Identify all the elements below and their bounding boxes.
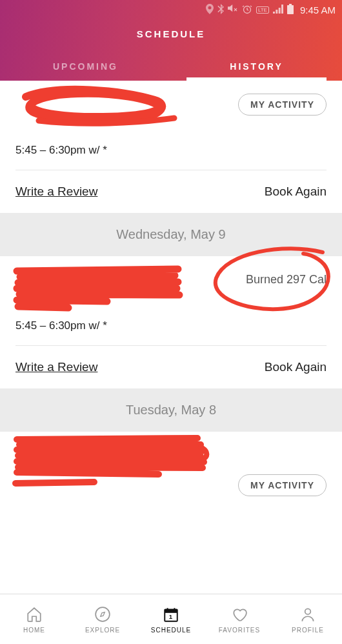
nav-profile[interactable]: PROFILE — [274, 594, 342, 644]
profile-icon — [298, 605, 317, 624]
class-subtitle — [15, 112, 238, 125]
class-time: 5:45 – 6:30pm w/ * — [15, 319, 246, 332]
class-time: 5:45 – 6:30pm w/ * — [15, 144, 238, 157]
compass-icon — [93, 605, 112, 624]
item-actions: Write a Review Book Again — [0, 170, 342, 213]
book-again-link[interactable]: Book Again — [265, 360, 327, 374]
heart-icon — [230, 605, 249, 624]
location-icon — [206, 4, 214, 16]
nav-home[interactable]: HOME — [0, 594, 68, 644]
tabs: UPCOMING HISTORY — [0, 52, 342, 81]
bluetooth-icon — [217, 4, 224, 16]
nav-label: PROFILE — [292, 627, 324, 634]
svg-point-1 — [96, 607, 110, 621]
page-title: SCHEDULE — [0, 19, 342, 52]
svg-text:1: 1 — [169, 613, 174, 620]
class-title — [15, 445, 238, 460]
class-subtitle — [15, 463, 238, 476]
my-activity-button[interactable]: MY ACTIVITY — [238, 94, 327, 116]
status-bar: LTE 9:45 AM — [0, 0, 342, 19]
class-title — [15, 94, 238, 109]
signal-icon — [273, 5, 283, 15]
lte-icon: LTE — [256, 6, 269, 14]
battery-icon — [287, 4, 294, 16]
bottom-nav: HOME EXPLORE 1 SCHEDULE FAVORITES PROFIL… — [0, 594, 342, 644]
schedule-list: 5:45 – 6:30pm w/ * MY ACTIVITY Write a R… — [0, 81, 342, 594]
write-review-link[interactable]: Write a Review — [15, 185, 97, 199]
date-header: Tuesday, May 8 — [0, 388, 342, 432]
nav-label: FAVORITES — [219, 627, 260, 634]
burned-text: Burned 297 Cal — [246, 273, 327, 287]
nav-schedule[interactable]: 1 SCHEDULE — [137, 594, 205, 644]
calendar-icon: 1 — [161, 605, 181, 624]
schedule-item[interactable]: 5:45 – 6:30pm w/ * Burned 297 Cal — [0, 256, 342, 346]
tab-upcoming[interactable]: UPCOMING — [0, 52, 171, 81]
item-actions: Write a Review Book Again — [0, 346, 342, 388]
nav-favorites[interactable]: FAVORITES — [205, 594, 274, 644]
status-time: 9:45 AM — [300, 5, 336, 15]
nav-label: SCHEDULE — [151, 627, 191, 634]
mute-icon — [228, 5, 238, 15]
tab-history[interactable]: HISTORY — [171, 52, 342, 81]
write-review-link[interactable]: Write a Review — [15, 360, 97, 374]
class-subtitle — [15, 287, 246, 300]
app-header: LTE 9:45 AM SCHEDULE UPCOMING HISTORY — [0, 0, 342, 81]
class-title — [15, 269, 246, 285]
my-activity-button[interactable]: MY ACTIVITY — [238, 474, 327, 496]
nav-explore[interactable]: EXPLORE — [68, 594, 137, 644]
date-header: Wednesday, May 9 — [0, 213, 342, 256]
nav-label: HOME — [23, 627, 45, 634]
book-again-link[interactable]: Book Again — [265, 185, 327, 199]
schedule-item[interactable]: MY ACTIVITY — [0, 432, 342, 514]
nav-label: EXPLORE — [85, 627, 120, 634]
svg-point-5 — [305, 609, 311, 614]
alarm-icon — [242, 4, 252, 16]
schedule-item[interactable]: 5:45 – 6:30pm w/ * MY ACTIVITY — [0, 81, 342, 170]
home-icon — [25, 605, 44, 624]
svg-rect-3 — [165, 609, 177, 612]
class-time — [15, 495, 238, 508]
